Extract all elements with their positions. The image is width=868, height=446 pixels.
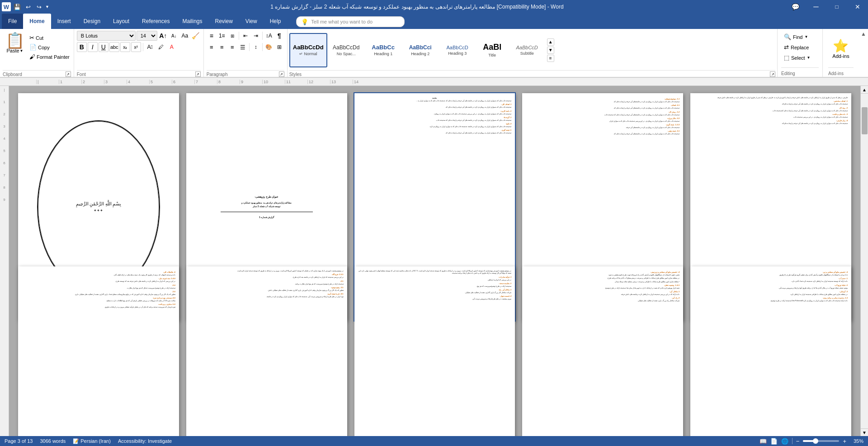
cut-button[interactable]: ✂ Cut	[28, 33, 71, 42]
clipboard-group: 📋 Paste ▼ ✂ Cut 📄 Copy 🖌 Format P	[0, 29, 74, 77]
scroll-thumb[interactable]	[862, 107, 868, 134]
format-painter-button[interactable]: 🖌 Format Painter	[28, 52, 71, 61]
page-thumb-9[interactable]: 4- تخصیص منابع آبی سطحی و زیرزمینی: پایش…	[522, 266, 683, 436]
tell-me-bar[interactable]: 💡 Tell me what you want to do	[296, 16, 405, 27]
tab-references[interactable]: References	[136, 14, 176, 29]
tab-home[interactable]: Home	[23, 14, 51, 29]
styles-expand-icon[interactable]: ↗	[770, 71, 775, 77]
font-expand-icon[interactable]: ↗	[195, 71, 201, 77]
font-grow-button[interactable]: A↑	[158, 31, 168, 41]
accessibility-indicator[interactable]: Accessibility: Investigate	[118, 438, 172, 444]
style-heading3-label: Heading 3	[448, 51, 467, 56]
tab-mailings[interactable]: Mailings	[176, 14, 208, 29]
highlight-button[interactable]: 🖊	[156, 42, 166, 52]
styles-scroll-up[interactable]: ▲	[547, 38, 554, 46]
shading-button[interactable]: 🎨	[264, 42, 274, 52]
paste-dropdown-arrow[interactable]: ▼	[20, 49, 24, 53]
style-subtitle[interactable]: AaBbCcD Subtitle	[509, 33, 545, 67]
quick-redo[interactable]: ↪	[34, 2, 43, 11]
quick-access-dropdown[interactable]: ▼	[45, 5, 49, 9]
bold-button[interactable]: B	[77, 42, 87, 52]
scroll-down-arrow[interactable]: ▼	[861, 428, 868, 436]
tab-layout[interactable]: Layout	[107, 14, 136, 29]
multilevel-button[interactable]: ⊞	[227, 31, 237, 41]
quick-save[interactable]: 💾	[13, 2, 22, 11]
language-indicator[interactable]: 📝 Persian (Iran)	[73, 438, 111, 444]
page-thumb-7[interactable]: در موضع وضعیت آموزش با یک بهینه سازی که …	[186, 266, 347, 436]
style-normal[interactable]: AaBbCcDd ↵ Normal	[289, 33, 327, 67]
superscript-button[interactable]: x²	[131, 42, 141, 52]
copy-button[interactable]: 📄 Copy	[28, 43, 71, 52]
justify-button[interactable]: ☰	[238, 42, 248, 52]
view-print-layout[interactable]: 📄	[770, 438, 778, 445]
font-size-select[interactable]: 14	[137, 31, 157, 41]
page-thumb-10[interactable]: 4- تخصیص منابع آبی سطحی و زیر: با یا دو …	[690, 266, 851, 436]
zoom-in-button[interactable]: +	[843, 438, 846, 445]
style-title[interactable]: AaBl Title	[476, 33, 508, 67]
select-button[interactable]: ⬚ Select ▼	[781, 53, 819, 62]
zoom-out-button[interactable]: −	[796, 438, 800, 445]
text-effects-button[interactable]: A⃝	[145, 42, 155, 52]
italic-button[interactable]: I	[88, 42, 98, 52]
style-heading3[interactable]: AaBbCcD Heading 3	[439, 33, 476, 67]
word-count[interactable]: 3066 words	[40, 438, 66, 444]
tab-file[interactable]: File	[2, 14, 23, 29]
show-hide-button[interactable]: ¶	[274, 31, 284, 41]
tab-design[interactable]: Design	[77, 14, 107, 29]
clear-format-button[interactable]: 🧹	[191, 31, 201, 41]
subscript-button[interactable]: x₂	[120, 42, 130, 52]
tab-help[interactable]: Help	[264, 14, 288, 29]
strikethrough-button[interactable]: abc	[109, 42, 119, 52]
numbering-button[interactable]: 1≡	[217, 31, 227, 41]
paste-button[interactable]: 📋 Paste ▼	[3, 31, 27, 55]
tab-review[interactable]: Review	[208, 14, 239, 29]
style-heading2[interactable]: AaBbCci Heading 2	[402, 33, 439, 67]
tab-insert[interactable]: Insert	[51, 14, 77, 29]
paragraph-group-label: Paragraph	[207, 72, 228, 77]
paragraph-expand-icon[interactable]: ↗	[279, 71, 284, 77]
align-right-button[interactable]: ≡	[227, 42, 237, 52]
underline-button[interactable]: U	[99, 42, 108, 52]
font-name-select[interactable]: B Lotus	[77, 31, 136, 41]
editing-group-label: Editing	[781, 71, 795, 76]
increase-indent-button[interactable]: ⇥	[251, 31, 261, 41]
styles-more[interactable]: ≡	[547, 55, 554, 62]
tab-view[interactable]: View	[239, 14, 264, 29]
addins-button[interactable]: ⭐ Add-ins	[832, 38, 849, 59]
page-indicator[interactable]: Page 3 of 13	[5, 438, 33, 444]
align-left-button[interactable]: ≡	[207, 42, 217, 52]
borders-button[interactable]: ⊞	[274, 42, 284, 52]
zoom-slider[interactable]	[803, 440, 839, 442]
style-heading1[interactable]: AaBbCc Heading 1	[365, 33, 401, 67]
view-web-layout[interactable]: 🌐	[781, 438, 788, 445]
collapse-ribbon-button[interactable]: ▲	[859, 29, 868, 77]
maximize-button[interactable]: □	[826, 0, 847, 14]
minimize-button[interactable]: ─	[806, 0, 826, 14]
zoom-level[interactable]: 35%	[850, 438, 863, 444]
sort-button[interactable]: ↕A	[264, 31, 274, 41]
close-button[interactable]: ✕	[847, 0, 868, 14]
align-center-button[interactable]: ≡	[217, 42, 227, 52]
style-nospace[interactable]: AaBbCcDd No Spac...	[328, 33, 364, 67]
comment-icon[interactable]: 💬	[785, 0, 806, 14]
bullets-button[interactable]: ≡	[207, 31, 217, 41]
vertical-scrollbar[interactable]: ▲ ▼	[860, 86, 868, 436]
decrease-indent-button[interactable]: ⇤	[241, 31, 250, 41]
find-arrow[interactable]: ▼	[804, 35, 808, 39]
font-group-label: Font	[77, 72, 86, 77]
view-read-mode[interactable]: 📖	[760, 438, 767, 445]
quick-undo[interactable]: ↩	[24, 2, 33, 11]
font-shrink-button[interactable]: A↓	[169, 31, 179, 41]
page-thumb-8[interactable]: در موضع وضعیت آموزش بهینه سازی که توسعه …	[354, 266, 515, 436]
clipboard-expand-icon[interactable]: ↗	[66, 71, 71, 77]
change-case-button[interactable]: Aa	[180, 31, 190, 41]
line-spacing-button[interactable]: ↕	[251, 42, 261, 52]
replace-button[interactable]: ⇄ Replace	[781, 43, 819, 52]
font-color-button[interactable]: A	[167, 42, 177, 52]
styles-scroll-down[interactable]: ▼	[547, 47, 554, 54]
scroll-up-arrow[interactable]: ▲	[861, 86, 868, 94]
find-label: Find	[793, 34, 802, 40]
page-thumb-6[interactable]: 4- ملاحظات کلی: داده و صحنه احتهاف که در…	[18, 266, 179, 436]
find-button[interactable]: 🔍 Find ▼	[781, 33, 819, 41]
select-arrow[interactable]: ▼	[807, 56, 811, 60]
